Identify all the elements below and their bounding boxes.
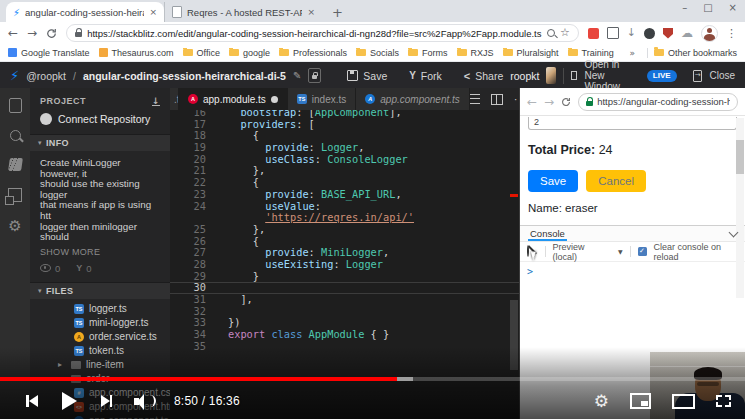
bookmark-google[interactable]: google	[229, 48, 270, 58]
bookmark-google-translate[interactable]: Google Translate	[8, 48, 90, 58]
user-avatar[interactable]	[546, 67, 556, 84]
bookmark-forms[interactable]: Forms	[408, 48, 448, 58]
thesaurus-icon	[99, 48, 108, 57]
previous-button[interactable]	[26, 395, 38, 407]
preview-address-bar[interactable]: https://angular-coding-session-h...	[578, 93, 738, 111]
address-bar[interactable]: https://stackblitz.com/edit/angular-codi…	[66, 24, 579, 42]
close-tab-icon[interactable]: ×	[307, 7, 315, 17]
shield-extension-icon[interactable]	[663, 28, 673, 39]
adblock-extension-icon[interactable]	[588, 28, 599, 39]
editor-tab-index[interactable]: TS index.ts	[288, 88, 356, 110]
next-button[interactable]	[101, 395, 113, 407]
editor-scrollbar[interactable]	[509, 110, 518, 419]
project-name[interactable]: angular-coding-session-heirarchical-di-5	[83, 70, 286, 82]
clear-on-reload-checkbox[interactable]: ✓	[638, 247, 647, 256]
settings-gear-icon[interactable]: ⚙	[594, 393, 609, 409]
file-row-logger.ts[interactable]: TSlogger.ts	[30, 302, 170, 316]
console-tab[interactable]: Console	[528, 227, 567, 241]
bookmark-training[interactable]: Training	[568, 48, 614, 58]
play-button[interactable]	[62, 392, 77, 410]
other-bookmarks-button[interactable]: Other bookmarks	[654, 48, 737, 58]
caret-right-icon[interactable]: ▸	[58, 360, 66, 369]
search-icon[interactable]	[10, 130, 21, 141]
code-line-20: 20 useClass: ConsoleLogger	[170, 154, 519, 166]
quantity-input[interactable]: 2	[528, 117, 737, 130]
project-stats: 0 Y0	[30, 257, 170, 282]
browser-tab-reqres[interactable]: Reqres - A hosted REST-API read ×	[164, 2, 322, 22]
edit-icon[interactable]: ✎	[293, 70, 301, 81]
screenshot-extension-icon[interactable]	[607, 27, 619, 39]
lock-icon[interactable]	[308, 68, 320, 83]
cancel-button[interactable]: Cancel	[586, 170, 646, 192]
forward-icon[interactable]: →	[27, 27, 37, 39]
file-row-token.ts[interactable]: TStoken.ts	[30, 344, 170, 358]
connect-repository-button[interactable]: Connect Repository	[30, 111, 170, 134]
download-extension-icon[interactable]: ↓	[627, 28, 636, 38]
settings-gear-icon[interactable]: ⚙	[8, 219, 21, 233]
volume-button[interactable]	[134, 393, 156, 409]
forward-icon[interactable]: →	[544, 96, 554, 108]
extension-icon[interactable]	[644, 28, 655, 39]
editor-tab-app-module[interactable]: A app.module.ts	[179, 88, 288, 110]
project-owner[interactable]: @roopkt	[26, 70, 66, 82]
split-editor-icon[interactable]	[491, 94, 503, 105]
theater-mode-button[interactable]	[672, 394, 695, 409]
new-tab-button[interactable]: +	[322, 5, 353, 22]
back-icon[interactable]: ←	[527, 96, 537, 108]
files-section-header[interactable]: ▾ FILES	[30, 282, 170, 299]
share-button[interactable]: < Share	[464, 70, 503, 82]
scrollbar-thumb[interactable]	[510, 300, 518, 370]
back-icon[interactable]: ←	[8, 27, 18, 39]
console-context-dropdown[interactable]: Preview (local)	[553, 242, 605, 262]
bookmark-thesaurus-com[interactable]: Thesaurus.com	[99, 48, 174, 58]
editor-tab-partial[interactable]: .ts	[170, 88, 179, 110]
file-row-order.service.ts[interactable]: Aorder.service.ts	[30, 330, 170, 344]
save-button[interactable]: Save	[528, 170, 578, 192]
bookmark-office[interactable]: Office	[183, 48, 220, 58]
bookmark-star-icon[interactable]: ☆	[560, 28, 570, 38]
refresh-icon[interactable]	[561, 97, 571, 107]
window-maximize-button[interactable]: □	[703, 2, 712, 13]
refresh-icon[interactable]	[46, 28, 57, 39]
bookmark-rxjs[interactable]: RXJS	[457, 48, 494, 58]
clear-console-icon[interactable]	[527, 245, 529, 257]
code-surface[interactable]: 16 bootstrap: [AppComponent],17 provider…	[170, 110, 519, 419]
export-project-icon[interactable]: ↓	[152, 97, 160, 106]
cloud-extension-icon[interactable]: ☁	[681, 28, 693, 38]
username-label[interactable]: roopkt	[510, 70, 539, 82]
zoom-icon[interactable]	[547, 29, 555, 37]
docs-icon[interactable]	[8, 158, 23, 171]
fullscreen-button[interactable]	[716, 395, 731, 407]
layout-icon[interactable]	[8, 188, 22, 202]
close-button[interactable]: Close	[709, 70, 735, 81]
info-section-header[interactable]: ▾ INFO	[30, 134, 170, 151]
file-row-mini-logger.ts[interactable]: TSmini-logger.ts	[30, 316, 170, 330]
miniplayer-button[interactable]	[630, 393, 651, 409]
window-close-button[interactable]: ×	[729, 2, 737, 13]
preview-scrollbar[interactable]	[736, 118, 744, 298]
unsaved-changes-dot[interactable]	[271, 96, 278, 103]
dropdown-arrow-icon[interactable]: ▼	[618, 248, 623, 255]
bookmark-label: google	[243, 48, 270, 58]
browser-tab-stackblitz[interactable]: ⚡ angular-coding-session-heirarch ×	[6, 2, 164, 22]
save-button[interactable]: Save	[347, 70, 387, 82]
bookmark-pluralsight[interactable]: Pluralsight	[503, 48, 559, 58]
close-tab-icon[interactable]: ×	[149, 7, 157, 17]
video-progress-bar[interactable]	[0, 377, 745, 381]
window-minimize-button[interactable]: –	[682, 2, 687, 13]
show-more-button[interactable]: SHOW MORE	[30, 243, 170, 257]
fork-button[interactable]: Y Fork	[409, 70, 442, 82]
format-icon[interactable]	[470, 94, 480, 104]
console-prompt[interactable]: >	[520, 262, 745, 281]
scrollbar-thumb[interactable]	[736, 140, 744, 174]
file-row-line-item[interactable]: ▸line-item	[30, 358, 170, 372]
bookmarks-overflow-icon[interactable]: »	[623, 48, 641, 58]
files-icon[interactable]	[9, 98, 22, 113]
profile-avatar[interactable]	[701, 25, 718, 42]
bookmark-professionals[interactable]: Professionals	[279, 48, 347, 58]
editor-tab-app-component[interactable]: A app.component.ts	[356, 88, 470, 110]
bookmark-socials[interactable]: Socials	[356, 48, 399, 58]
stackblitz-logo-icon[interactable]: ⚡	[10, 68, 19, 83]
close-panel-icon[interactable]: →	[693, 70, 703, 82]
browser-menu-icon[interactable]: ⋮	[726, 27, 737, 40]
